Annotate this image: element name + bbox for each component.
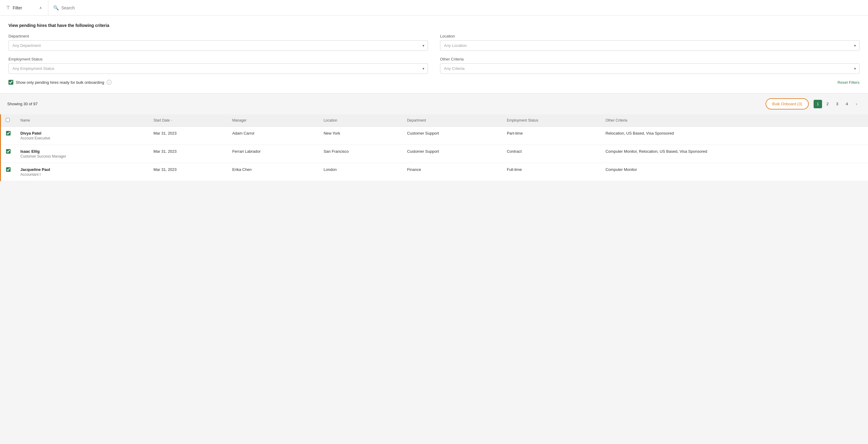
filter-label: Filter bbox=[13, 5, 22, 10]
location-filter-group: Location Any Location bbox=[440, 34, 860, 51]
row-checkbox-2[interactable] bbox=[6, 167, 10, 172]
location-label: Location bbox=[440, 34, 860, 38]
col-department: Department bbox=[402, 114, 502, 127]
employment-status-label: Employment Status bbox=[8, 57, 428, 61]
row-employment-status: Full-time bbox=[502, 163, 601, 181]
row-location: San Francisco bbox=[319, 145, 402, 163]
row-department: Customer Support bbox=[402, 145, 502, 163]
table-row: Jacqueline Paul Accountant I Mar 31, 202… bbox=[1, 163, 868, 181]
header-checkbox-cell[interactable] bbox=[1, 114, 16, 127]
reset-filters-button[interactable]: Reset Filters bbox=[837, 80, 860, 85]
row-department: Customer Support bbox=[402, 127, 502, 145]
col-other-criteria: Other Criteria bbox=[600, 114, 868, 127]
department-select[interactable]: Any Department bbox=[8, 40, 428, 51]
filter-footer: Show only pending hires ready for bulk o… bbox=[8, 80, 860, 85]
row-location: London bbox=[319, 163, 402, 181]
page-4-button[interactable]: 4 bbox=[843, 100, 851, 108]
pagination: 1 2 3 4 › bbox=[814, 100, 861, 108]
row-start-date: Mar 31, 2023 bbox=[149, 163, 227, 181]
col-name: Name bbox=[16, 114, 149, 127]
sort-arrow-icon: ↑ bbox=[171, 119, 172, 122]
row-role: Customer Success Manager bbox=[21, 154, 144, 158]
filter-section[interactable]: ⊤ Filter ∧ bbox=[0, 0, 49, 16]
row-name-cell: Isaac Ellig Customer Success Manager bbox=[16, 145, 149, 163]
page-2-button[interactable]: 2 bbox=[823, 100, 832, 108]
table-header: Name Start Date ↑ Manager Location Depar… bbox=[1, 114, 868, 127]
table-container: Name Start Date ↑ Manager Location Depar… bbox=[0, 114, 868, 181]
employment-status-filter-group: Employment Status Any Employment Status bbox=[8, 57, 428, 74]
location-select-wrapper[interactable]: Any Location bbox=[440, 40, 860, 51]
search-icon: 🔍 bbox=[53, 5, 59, 10]
row-employment-status: Contract bbox=[502, 145, 601, 163]
row-department: Finance bbox=[402, 163, 502, 181]
data-table: Name Start Date ↑ Manager Location Depar… bbox=[0, 114, 868, 181]
row-other-criteria: Computer Monitor, Relocation, US Based, … bbox=[600, 145, 868, 163]
bulk-onboard-button[interactable]: Bulk Onboard (3) bbox=[766, 98, 809, 110]
row-name: Divya Patel bbox=[21, 131, 144, 136]
employment-status-select[interactable]: Any Employment Status bbox=[8, 63, 428, 74]
department-label: Department bbox=[8, 34, 428, 38]
search-section: 🔍 bbox=[49, 5, 868, 10]
table-row: Divya Patel Account Executive Mar 31, 20… bbox=[1, 127, 868, 145]
filter-panel-title: View pending hires that have the followi… bbox=[8, 23, 860, 28]
row-role: Account Executive bbox=[21, 136, 144, 140]
next-page-button[interactable]: › bbox=[852, 100, 861, 108]
row-role: Accountant I bbox=[21, 172, 144, 177]
chevron-up-icon[interactable]: ∧ bbox=[39, 6, 42, 10]
col-location: Location bbox=[319, 114, 402, 127]
filter-grid: Department Any Department Location Any L… bbox=[8, 34, 860, 74]
other-criteria-label: Other Criteria bbox=[440, 57, 860, 61]
row-other-criteria: Relocation, US Based, Visa Sponsored bbox=[600, 127, 868, 145]
row-name: Jacqueline Paul bbox=[21, 167, 144, 172]
row-name-cell: Jacqueline Paul Accountant I bbox=[16, 163, 149, 181]
row-checkbox-cell[interactable] bbox=[1, 163, 16, 181]
row-manager: Erika Chen bbox=[227, 163, 318, 181]
other-criteria-filter-group: Other Criteria Any Criteria bbox=[440, 57, 860, 74]
select-all-checkbox[interactable] bbox=[6, 118, 10, 122]
row-start-date: Mar 31, 2023 bbox=[149, 145, 227, 163]
row-employment-status: Part-time bbox=[502, 127, 601, 145]
employment-status-select-wrapper[interactable]: Any Employment Status bbox=[8, 63, 428, 74]
row-location: New York bbox=[319, 127, 402, 145]
col-manager: Manager bbox=[227, 114, 318, 127]
row-manager: Ferrari Labrador bbox=[227, 145, 318, 163]
other-criteria-select[interactable]: Any Criteria bbox=[440, 63, 860, 74]
col-start-date[interactable]: Start Date ↑ bbox=[149, 114, 227, 127]
department-filter-group: Department Any Department bbox=[8, 34, 428, 51]
row-checkbox-cell[interactable] bbox=[1, 127, 16, 145]
row-checkbox-1[interactable] bbox=[6, 149, 10, 154]
bulk-onboarding-label: Show only pending hires ready for bulk o… bbox=[16, 80, 104, 85]
top-bar: ⊤ Filter ∧ 🔍 bbox=[0, 0, 868, 16]
bulk-onboarding-checkbox-row: Show only pending hires ready for bulk o… bbox=[8, 80, 112, 85]
row-checkbox-0[interactable] bbox=[6, 131, 10, 136]
row-name-cell: Divya Patel Account Executive bbox=[16, 127, 149, 145]
table-header-right: Bulk Onboard (3) 1 2 3 4 › bbox=[766, 98, 861, 110]
department-select-wrapper[interactable]: Any Department bbox=[8, 40, 428, 51]
row-manager: Adam Carrol bbox=[227, 127, 318, 145]
showing-count: Showing 30 of 97 bbox=[7, 101, 37, 106]
filter-icon: ⊤ bbox=[6, 5, 10, 10]
table-header-bar: Showing 30 of 97 Bulk Onboard (3) 1 2 3 … bbox=[0, 93, 868, 114]
row-name: Isaac Ellig bbox=[21, 149, 144, 154]
page-3-button[interactable]: 3 bbox=[833, 100, 841, 108]
other-criteria-select-wrapper[interactable]: Any Criteria bbox=[440, 63, 860, 74]
row-start-date: Mar 31, 2023 bbox=[149, 127, 227, 145]
row-checkbox-cell[interactable] bbox=[1, 145, 16, 163]
bulk-onboarding-checkbox[interactable] bbox=[8, 80, 13, 85]
table-row: Isaac Ellig Customer Success Manager Mar… bbox=[1, 145, 868, 163]
row-other-criteria: Computer Monitor bbox=[600, 163, 868, 181]
info-icon[interactable]: i bbox=[107, 80, 112, 85]
col-employment-status: Employment Status bbox=[502, 114, 601, 127]
filter-panel: View pending hires that have the followi… bbox=[0, 16, 868, 93]
page-1-button[interactable]: 1 bbox=[814, 100, 822, 108]
table-body: Divya Patel Account Executive Mar 31, 20… bbox=[1, 127, 868, 181]
location-select[interactable]: Any Location bbox=[440, 40, 860, 51]
search-input[interactable] bbox=[61, 5, 863, 10]
